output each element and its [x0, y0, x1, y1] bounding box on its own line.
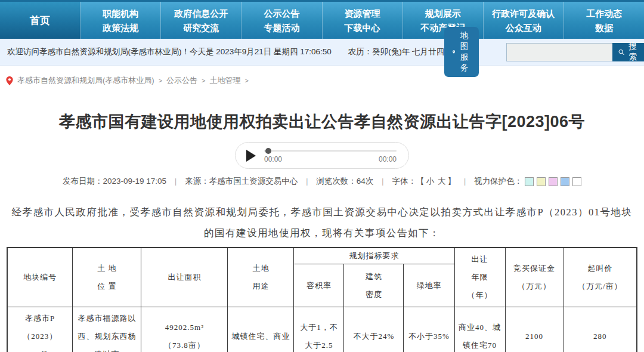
header-density: 建筑 密度: [344, 264, 404, 307]
nav-item-functions[interactable]: 职能机构 政策法规: [80, 2, 161, 39]
header-term: 出让 年限 （年）: [454, 248, 505, 307]
header-start-price-line: 起叫价: [567, 260, 634, 277]
header-term-line: 年限: [458, 268, 502, 286]
header-density-line: 建筑: [347, 268, 400, 286]
audio-total-time: 00:00: [379, 155, 397, 163]
header-area: 出让面积: [141, 248, 228, 307]
cell-green-ratio: 不小于35%: [404, 307, 454, 352]
cell-area-line: （73.8亩）: [144, 336, 224, 352]
color-swatch-yellow[interactable]: [537, 177, 546, 186]
nav-label: 资源管理: [345, 9, 380, 18]
font-size-label: 字体：【: [392, 176, 424, 187]
search-button[interactable]: 搜索: [612, 43, 644, 61]
nav-label: 行政许可及确认: [492, 9, 555, 18]
header-deposit: 竞买保证金 （万元）: [505, 248, 564, 307]
header-land-use-line: 用途: [231, 277, 290, 295]
audio-track-area: 00:00 00:00: [264, 148, 397, 163]
font-size-label-close: 】: [447, 176, 456, 187]
audio-times: 00:00 00:00: [264, 155, 397, 163]
nav-label: 下载中心: [345, 23, 380, 32]
color-swatch-white[interactable]: [572, 177, 581, 186]
nav-label: 专题活动: [264, 23, 299, 32]
cell-term: 商业40、城镇住宅70: [454, 307, 505, 352]
header-deposit-line: 竞买保证金: [509, 260, 561, 277]
map-service-button[interactable]: 地图服务: [444, 27, 479, 77]
nav-label: 政策法规: [103, 23, 138, 32]
font-larger-button[interactable]: 大: [438, 176, 446, 187]
land-auction-table: 地块编号 土 地 位 置 出让面积 土地 用途 规划指标要求 出让 年限 （年）…: [7, 247, 637, 352]
color-swatch-cyan[interactable]: [525, 177, 534, 186]
lunar-date-text: 农历：癸卯(兔)年 七月廿四: [348, 47, 444, 57]
header-term-line: 出让: [458, 251, 502, 268]
audio-progress-bar[interactable]: [264, 148, 397, 154]
eye-protection-swatches: [525, 177, 581, 186]
publish-date: 发布日期：2023-09-19 17:05: [63, 176, 166, 187]
header-deposit-line: （万元）: [509, 277, 561, 295]
cell-area: 49202.5m² （73.8亩）: [141, 307, 228, 352]
cell-area-line: 49202.5m²: [144, 319, 224, 336]
article-body-text: 经孝感市人民政府批准，受孝感市自然资源和规划局委托，孝感市国土资源交易中心决定以…: [10, 202, 634, 243]
cell-plot-no: 孝感市P（2023） 01号: [7, 307, 73, 352]
welcome-text: 欢迎访问孝感市自然资源和规划局(孝感市林业局)！今天是 2023年9月21日 星…: [7, 47, 332, 57]
color-swatch-pink[interactable]: [549, 177, 558, 186]
header-plot-no: 地块编号: [7, 248, 73, 307]
header-planning-group: 规划指标要求: [294, 248, 454, 264]
breadcrumb-root[interactable]: 孝感市自然资源和规划局(孝感市林业局): [17, 75, 154, 86]
header-far: 容积率: [294, 264, 344, 307]
table-row: 孝感市P（2023） 01号 孝感市福源路以西、规划东西杨路以南 49202.5…: [7, 307, 637, 352]
nav-item-home[interactable]: 首页: [0, 2, 80, 39]
color-swatch-blue[interactable]: [561, 177, 569, 186]
nav-label: 研究交流: [183, 23, 219, 32]
source: 来源：孝感市国土资源交易中心: [185, 176, 298, 187]
nav-item-resources[interactable]: 资源管理 下载中心: [323, 2, 403, 39]
nav-label: 首页: [30, 16, 50, 26]
nav-item-announcements[interactable]: 公示公告 专题活动: [242, 2, 322, 39]
cell-plot-no-line: 孝感市P（2023）: [11, 310, 70, 345]
header-green-ratio: 绿地率: [404, 264, 454, 307]
meta-separator: |: [464, 177, 466, 186]
audio-progress-rail: [264, 150, 397, 152]
cell-plot-no-line: 01号: [11, 345, 70, 352]
header-start-price-line: （万元/亩）: [567, 277, 634, 295]
search-button-label: 搜索: [627, 41, 639, 63]
header-land-use: 土地 用途: [228, 248, 294, 307]
nav-label: 公示公告: [264, 9, 299, 18]
header-land-use-line: 土地: [231, 260, 290, 277]
nav-item-gov-info[interactable]: 政府信息公开 研究交流: [161, 2, 242, 39]
breadcrumb-item-announcements[interactable]: 公示公告: [166, 75, 197, 86]
nav-label: 规划展示: [425, 9, 461, 18]
header-location-line: 位 置: [76, 277, 138, 295]
search-icon: [618, 48, 624, 57]
nav-label: 工作动态: [586, 9, 622, 18]
search-input[interactable]: [506, 43, 612, 61]
cell-density: 不大于24%: [344, 307, 404, 352]
eye-protection-label: 视力保护色：: [474, 176, 522, 187]
breadcrumb-pin-icon: [6, 76, 13, 85]
nav-label: 政府信息公开: [174, 9, 228, 18]
header-location-line: 土 地: [76, 260, 138, 277]
audio-current-time: 00:00: [264, 155, 282, 163]
location-pin-icon: [453, 48, 455, 56]
page-title: 孝感市国有建设用地使用权拍卖出让公告孝自然资源出让告字[2023]06号: [0, 111, 644, 132]
play-icon[interactable]: [246, 150, 256, 162]
table-header-row-1: 地块编号 土 地 位 置 出让面积 土地 用途 规划指标要求 出让 年限 （年）…: [7, 248, 637, 264]
view-count: 浏览次数：64次: [316, 176, 373, 187]
breadcrumb-separator: >: [202, 77, 205, 84]
cell-start-price: 280: [564, 307, 637, 352]
cell-land-use: 城镇住宅、商业: [228, 307, 294, 352]
breadcrumb-separator: >: [159, 77, 162, 84]
cell-far: 大于1，不大于2.5: [294, 307, 344, 352]
breadcrumb-separator: >: [245, 77, 249, 84]
meta-separator: |: [306, 177, 308, 186]
cell-deposit: 2100: [505, 307, 564, 352]
audio-progress-handle[interactable]: [265, 148, 271, 154]
header-start-price: 起叫价 （万元/亩）: [564, 248, 637, 307]
header-density-line: 密度: [347, 286, 400, 304]
nav-label: 职能机构: [103, 9, 138, 18]
welcome-bar: 欢迎访问孝感市自然资源和规划局(孝感市林业局)！今天是 2023年9月21日 星…: [0, 39, 644, 66]
breadcrumb-item-land-management[interactable]: 土地管理: [210, 75, 241, 86]
audio-player: 00:00 00:00: [235, 142, 409, 169]
map-service-label: 地图服务: [458, 30, 470, 73]
font-smaller-button[interactable]: 小: [426, 176, 434, 187]
cell-location: 孝感市福源路以西、规划东西杨路以南: [73, 307, 141, 352]
